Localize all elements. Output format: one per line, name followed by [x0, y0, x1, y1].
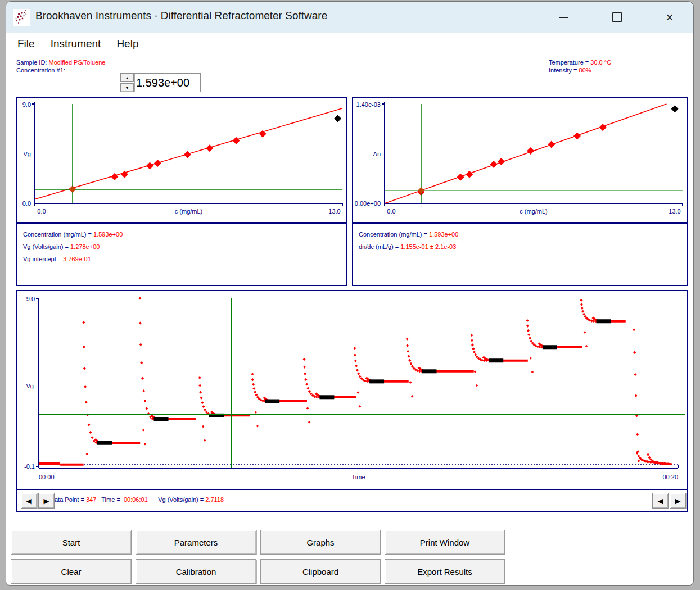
svg-text:0.00e+00: 0.00e+00	[355, 200, 381, 207]
menu-instrument[interactable]: Instrument	[43, 38, 109, 50]
vg-vs-c-chart-panel: 9.00.0Vg0.013.0c (mg/mL)	[16, 97, 347, 223]
dndc-results-panel: Concentration (mg/mL) = 1.593e+00 dn/dc …	[352, 223, 688, 286]
concentration-input[interactable]	[134, 73, 201, 92]
dn-vs-c-chart-panel: 1.40e-030.00e+00Δn0.013.0c (mg/mL)	[352, 97, 688, 223]
vg-results-panel: Concentration (mg/mL) = 1.593e+00 Vg (Vo…	[16, 223, 347, 286]
svg-text:Vg: Vg	[26, 383, 34, 389]
svg-text:Vg: Vg	[24, 151, 31, 157]
maximize-icon	[612, 12, 622, 22]
svg-text:0.0: 0.0	[387, 208, 395, 215]
sample-info: Sample ID: Modified PS/Toluene Concentra…	[16, 58, 105, 74]
svg-text:9.0: 9.0	[26, 296, 35, 302]
temperature-label: Temperature =	[549, 59, 590, 66]
menu-file[interactable]: File	[10, 38, 43, 50]
menu-help[interactable]: Help	[109, 38, 146, 50]
svg-text:Time: Time	[351, 474, 365, 480]
graphs-button[interactable]: Graphs	[260, 530, 381, 555]
close-icon: ×	[666, 12, 673, 22]
close-button[interactable]: ×	[665, 12, 675, 22]
result-line: dn/dc (mL/g) = 1.155e-01 ± 2.1e-03	[359, 240, 681, 253]
spin-up-icon: ▲	[125, 76, 129, 80]
result-line: Concentration (mg/mL) = 1.593e+00	[359, 228, 681, 240]
intensity-value: 80%	[579, 67, 591, 74]
vg-vs-time-chart-panel: 9.0-0.1Vg00:00Time00:20 ◀ ▶ ata Point = …	[16, 290, 688, 512]
dn-vs-c-chart: 1.40e-030.00e+00Δn0.013.0c (mg/mL)	[353, 98, 687, 224]
svg-text:1.40e-03: 1.40e-03	[356, 101, 381, 108]
print-window-button[interactable]: Print Window	[385, 530, 505, 555]
result-line: Vg intercept = 3.769e-01	[23, 253, 340, 265]
spin-down-icon: ▼	[125, 86, 129, 90]
svg-text:Δn: Δn	[373, 151, 381, 157]
arrow-left-icon: ◀	[26, 497, 32, 505]
sample-id-value: Modified PS/Toluene	[48, 59, 105, 66]
next-datapoint-button-right[interactable]: ▶	[670, 493, 686, 509]
instrument-status: Temperature = 30.0 °C Intensity = 80%	[549, 58, 611, 74]
vg-vs-c-chart: 9.00.0Vg0.013.0c (mg/mL)	[17, 98, 346, 224]
export-results-button[interactable]: Export Results	[385, 559, 505, 584]
menu-bar: File Instrument Help	[6, 33, 693, 55]
result-line: Concentration (mg/mL) = 1.593e+00	[23, 228, 340, 240]
arrow-left-icon: ◀	[658, 497, 663, 505]
app-window: Brookhaven Instruments - Differential Re…	[6, 1, 694, 586]
datapoint-readout: ata Point = 347 Time = 00:06:01 Vg (Volt…	[55, 496, 224, 503]
window-title: Brookhaven Instruments - Differential Re…	[35, 10, 327, 22]
svg-text:00:20: 00:20	[662, 474, 678, 480]
maximize-button[interactable]	[612, 12, 622, 22]
prev-datapoint-button-right[interactable]: ◀	[652, 493, 669, 509]
title-bar: Brookhaven Instruments - Differential Re…	[6, 2, 693, 33]
svg-text:c (mg/mL): c (mg/mL)	[175, 208, 203, 215]
result-line: Vg (Volts/gain) = 1.278e+00	[23, 240, 340, 253]
minimize-icon	[559, 17, 568, 18]
svg-text:9.0: 9.0	[22, 101, 31, 108]
svg-text:0.0: 0.0	[37, 208, 46, 215]
svg-text:0.0: 0.0	[22, 200, 31, 207]
start-button[interactable]: Start	[11, 530, 132, 555]
spin-down-button[interactable]: ▼	[120, 83, 134, 92]
parameters-button[interactable]: Parameters	[136, 530, 256, 555]
svg-text:-0.1: -0.1	[24, 463, 35, 470]
clipboard-button[interactable]: Clipboard	[260, 559, 381, 584]
svg-text:13.0: 13.0	[669, 208, 680, 215]
arrow-right-icon: ▶	[44, 497, 49, 505]
app-logo-icon	[13, 9, 30, 26]
next-datapoint-button-left[interactable]: ▶	[38, 493, 55, 509]
spin-up-button[interactable]: ▲	[120, 73, 134, 82]
intensity-label: Intensity =	[549, 67, 579, 74]
concentration-stepper: ▲ ▼	[120, 73, 134, 92]
prev-datapoint-button-left[interactable]: ◀	[21, 493, 37, 509]
vg-vs-time-chart[interactable]: 9.0-0.1Vg00:00Time00:20	[17, 291, 687, 491]
clear-button[interactable]: Clear	[11, 559, 132, 584]
concentration-number-label: Concentration #1:	[16, 67, 65, 74]
datapoint-status-bar: ◀ ▶ ata Point = 347 Time = 00:06:01 Vg (…	[17, 489, 687, 511]
temperature-value: 30.0 °C	[590, 59, 611, 66]
svg-text:c (mg/mL): c (mg/mL)	[520, 208, 548, 215]
minimize-button[interactable]	[559, 12, 569, 22]
svg-text:13.0: 13.0	[328, 208, 340, 215]
calibration-button[interactable]: Calibration	[136, 559, 256, 584]
svg-text:00:00: 00:00	[39, 474, 55, 480]
client-area: Sample ID: Modified PS/Toluene Concentra…	[6, 55, 693, 585]
sample-id-label: Sample ID:	[16, 59, 48, 66]
arrow-right-icon: ▶	[675, 497, 681, 505]
